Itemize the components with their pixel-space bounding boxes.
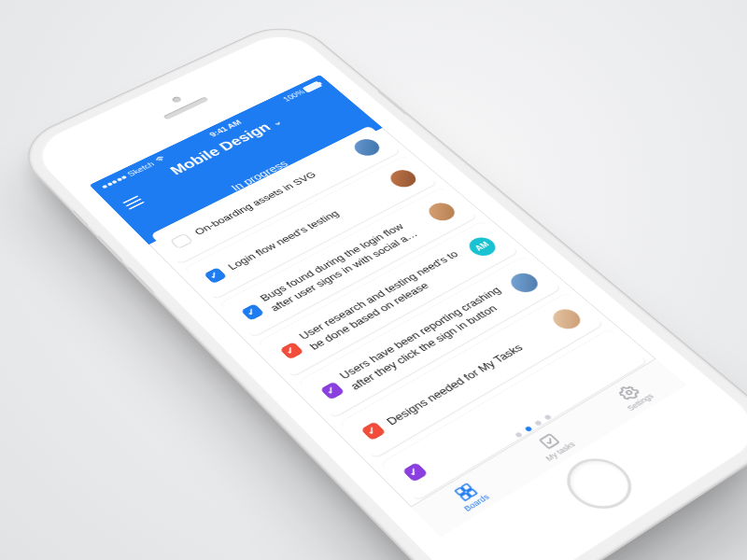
task-card[interactable] — [381, 329, 648, 501]
page-dot[interactable] — [524, 426, 532, 432]
page-dot[interactable] — [533, 420, 542, 427]
checkbox-icon[interactable] — [169, 232, 193, 249]
tab-label: Settings — [625, 392, 655, 413]
svg-point-5 — [626, 389, 633, 395]
page-indicator — [404, 353, 654, 504]
tab-label: My tasks — [543, 440, 577, 462]
tab-settings[interactable]: Settings — [578, 359, 686, 434]
checkbox-icon[interactable] — [204, 267, 227, 284]
avatar — [506, 270, 543, 296]
avatar — [350, 136, 385, 159]
tab-my-tasks[interactable]: My tasks — [497, 406, 609, 483]
avatar — [386, 167, 421, 190]
task-text — [430, 350, 620, 463]
tab-boards[interactable]: Boards — [411, 455, 527, 537]
front-camera — [171, 96, 183, 104]
task-card[interactable]: Designs needed for My Tasks — [340, 293, 604, 458]
speaker — [163, 96, 209, 119]
avatar: AM — [464, 234, 500, 259]
screen: Sketch 9:41 AM 100% — [90, 75, 687, 537]
svg-rect-0 — [455, 487, 464, 495]
svg-rect-2 — [460, 493, 470, 500]
wifi-icon — [153, 155, 168, 165]
svg-rect-3 — [467, 489, 476, 497]
page-dot[interactable] — [514, 432, 523, 439]
chevron-down-icon: ⌄ — [269, 117, 284, 127]
task-card[interactable]: Users have been reporting crashing after… — [298, 257, 561, 418]
svg-rect-4 — [540, 434, 558, 448]
home-button[interactable] — [554, 449, 644, 519]
task-text: Designs needed for My Tasks — [383, 324, 556, 427]
checkbox-icon[interactable] — [240, 303, 264, 321]
avatar — [548, 306, 586, 333]
page-dot[interactable] — [543, 414, 552, 421]
task-text: Users have been reporting crashing after… — [336, 283, 518, 393]
svg-rect-1 — [461, 483, 471, 491]
phone-mockup: Sketch 9:41 AM 100% — [12, 19, 747, 560]
tab-bar: BoardsMy tasksSettings — [411, 358, 687, 537]
checkbox-icon[interactable] — [360, 422, 386, 441]
avatar — [424, 200, 459, 224]
tab-label: Boards — [461, 493, 490, 513]
checkbox-icon[interactable] — [402, 462, 429, 483]
checkbox-icon[interactable] — [279, 342, 303, 359]
